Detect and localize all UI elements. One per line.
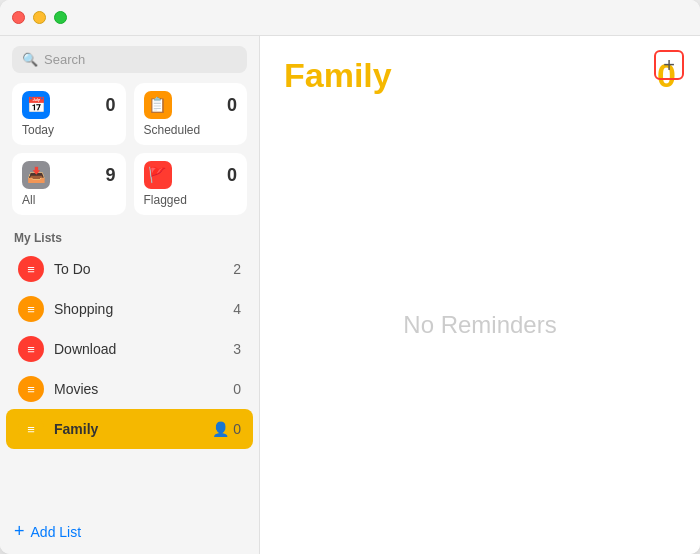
today-label: Today (22, 123, 116, 137)
family-count: 0 (233, 421, 241, 437)
search-bar[interactable]: 🔍 Search (12, 46, 247, 73)
today-count: 0 (105, 95, 115, 116)
movies-count: 0 (233, 381, 241, 397)
download-count: 3 (233, 341, 241, 357)
movies-name: Movies (54, 381, 233, 397)
smart-card-scheduled[interactable]: 📋 0 Scheduled (134, 83, 248, 145)
shopping-icon: ≡ (18, 296, 44, 322)
movies-icon: ≡ (18, 376, 44, 402)
list-item-download[interactable]: ≡ Download 3 (6, 329, 253, 369)
scheduled-label: Scheduled (144, 123, 238, 137)
smart-cards-grid: 📅 0 Today 📋 0 Scheduled (0, 83, 259, 225)
todo-count: 2 (233, 261, 241, 277)
family-name: Family (54, 421, 212, 437)
download-icon: ≡ (18, 336, 44, 362)
shared-icon: 👤 (212, 421, 229, 437)
content-area: 🔍 Search 📅 0 Today (0, 36, 700, 554)
add-list-label: Add List (31, 524, 82, 540)
family-icon: ≡ (18, 416, 44, 442)
list-item-todo[interactable]: ≡ To Do 2 (6, 249, 253, 289)
main-header: Family 0 (260, 36, 700, 95)
close-button[interactable] (12, 11, 25, 24)
sidebar: 🔍 Search 📅 0 Today (0, 36, 260, 554)
search-icon: 🔍 (22, 52, 38, 67)
download-name: Download (54, 341, 233, 357)
shopping-name: Shopping (54, 301, 233, 317)
list-item-shopping[interactable]: ≡ Shopping 4 (6, 289, 253, 329)
search-placeholder: Search (44, 52, 85, 67)
main-content: Family 0 + No Reminders (260, 36, 700, 554)
all-count: 9 (105, 165, 115, 186)
todo-name: To Do (54, 261, 233, 277)
all-label: All (22, 193, 116, 207)
today-icon: 📅 (22, 91, 50, 119)
flagged-count: 0 (227, 165, 237, 186)
scheduled-icon: 📋 (144, 91, 172, 119)
smart-card-flagged[interactable]: 🚩 0 Flagged (134, 153, 248, 215)
lists-container: ≡ To Do 2 ≡ Shopping 4 ≡ (0, 249, 259, 509)
minimize-button[interactable] (33, 11, 46, 24)
add-list-plus-icon: + (14, 521, 25, 542)
flagged-icon: 🚩 (144, 161, 172, 189)
add-reminder-plus-icon: + (663, 55, 675, 75)
shopping-count: 4 (233, 301, 241, 317)
smart-card-today[interactable]: 📅 0 Today (12, 83, 126, 145)
smart-card-all[interactable]: 📥 9 All (12, 153, 126, 215)
app-window: 🔍 Search 📅 0 Today (0, 0, 700, 554)
all-icon: 📥 (22, 161, 50, 189)
flagged-label: Flagged (144, 193, 238, 207)
scheduled-count: 0 (227, 95, 237, 116)
empty-state-text: No Reminders (403, 311, 556, 339)
add-list-button[interactable]: + Add List (0, 509, 259, 554)
todo-icon: ≡ (18, 256, 44, 282)
empty-state: No Reminders (260, 95, 700, 554)
maximize-button[interactable] (54, 11, 67, 24)
list-item-family[interactable]: ≡ Family 👤 0 (6, 409, 253, 449)
my-lists-header: My Lists (0, 225, 259, 249)
main-title: Family (284, 56, 392, 95)
list-item-movies[interactable]: ≡ Movies 0 (6, 369, 253, 409)
add-reminder-button[interactable]: + (654, 50, 684, 80)
titlebar (0, 0, 700, 36)
